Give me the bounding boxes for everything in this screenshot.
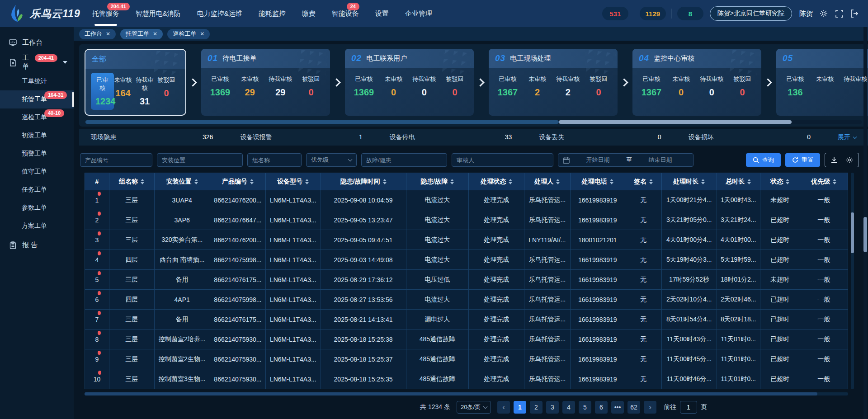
nav-item-5[interactable]: 智能设备24 [332,0,359,27]
sidebar-item-0[interactable]: 工作台 [0,33,74,52]
sidebar-subitem-预警工单[interactable]: 预警工单 [0,145,74,163]
reviewer-input[interactable] [457,157,548,164]
sort-icon[interactable] [833,179,836,184]
table-row[interactable]: 4四层西台面 南墙插...866214075998...LN6M-L1T4A3.… [85,250,848,270]
workflow-card-03[interactable]: 03电工现场处理已审核1367未审核2待我审核2被驳回0 [489,49,618,116]
logout-icon[interactable] [850,9,859,18]
column-header-隐患/故障时间[interactable]: 隐患/故障时间 [321,173,406,190]
fullscreen-icon[interactable] [835,9,844,18]
tab-巡检工单[interactable]: 巡检工单✕ [167,29,210,39]
column-header-安装位置[interactable]: 安装位置 [154,173,210,190]
column-header-总时长[interactable]: 总时长 [717,173,760,190]
app-logo[interactable]: 乐鸟云119 [9,5,80,23]
card-stat-未审核[interactable]: 未审核 [814,75,836,98]
card-stat-待我审核[interactable]: 待我审核2 [556,75,580,98]
reset-button[interactable]: 重置 [785,153,820,167]
tab-工作台[interactable]: 工作台✕ [79,29,116,39]
workflow-card-02[interactable]: 02电工联系用户已审核1369未审核0待我审核0被驳回0 [345,49,474,116]
nav-item-2[interactable]: 电力监控&运维 [197,0,242,27]
expand-toggle[interactable]: 展开 [838,133,856,141]
page-size-select[interactable]: 20条/页 [457,401,491,414]
nav-item-1[interactable]: 智慧用电&消防 [136,0,181,27]
column-header-处理时长[interactable]: 处理时长 [662,173,717,190]
sort-icon[interactable] [786,179,789,184]
sort-icon[interactable] [194,179,198,184]
page-button-5[interactable]: 5 [579,401,591,414]
page-button-62[interactable]: 62 [627,401,640,414]
card-stat-已审核[interactable]: 已审核1367 [497,75,519,98]
priority-select[interactable]: 优先级 [306,153,357,167]
column-header-隐患/故障[interactable]: 隐患/故障 [406,173,468,190]
org-selector[interactable]: 陈贺>北京同仁堂研究院 [710,6,792,21]
card-stat-被驳回[interactable]: 被驳回0 [588,75,609,98]
page-button-1[interactable]: 1 [514,401,526,414]
table-row[interactable]: 6四层4AP1866214075998...LN6M-L1T4A3...2025… [85,290,848,310]
sort-icon[interactable] [649,179,653,184]
sort-icon[interactable] [383,179,387,184]
column-header-产品编号[interactable]: 产品编号 [210,173,265,190]
workflow-card-01[interactable]: 01待电工接单已审核1369未审核29待我审核29被驳回0 [201,49,330,116]
sort-icon[interactable] [509,179,512,184]
sort-icon[interactable] [250,179,254,184]
sidebar-subitem-参数工单[interactable]: 参数工单 [0,199,74,217]
card-stat-已审核[interactable]: 已审核1369 [209,75,231,98]
close-icon[interactable]: ✕ [200,31,204,37]
card-stat-未审核[interactable]: 未审核164 [112,76,134,110]
sort-icon[interactable] [701,179,705,184]
card-stat-未审核[interactable]: 未审核2 [527,75,548,98]
table-row[interactable]: 10三层控制菌室3生物...866214075930...LN6M-L1T4A3… [85,369,848,389]
card-stat-被驳回[interactable]: 被驳回0 [156,76,177,110]
sidebar-item-2[interactable]: 报 告 [0,235,74,255]
sidebar-subitem-初装工单[interactable]: 初装工单 [0,127,74,145]
alarm-counter-2[interactable]: 8 [677,7,703,20]
workflow-card-05[interactable]: 05已审核136未审核待我审核被驳回 [776,49,868,116]
sidebar-subitem-巡检工单[interactable]: 巡检工单40-10 [0,108,74,127]
table-horizontal-scrollbar[interactable] [85,392,848,395]
date-range-picker[interactable]: 开始日期 至 结束日期 [558,153,693,167]
alarm-counter-0[interactable]: 531 [602,7,628,20]
sidebar-subitem-值守工单[interactable]: 值守工单 [0,163,74,181]
gear-icon[interactable] [845,156,854,164]
card-stat-未审核[interactable]: 未审核0 [670,75,692,98]
table-row[interactable]: 2三层3AP6866214076647...LN6M-L1T4A3...2025… [85,210,848,230]
next-page-button[interactable]: › [644,401,656,414]
sidebar-item-1[interactable]: 工 单204-41 [0,52,74,72]
download-icon[interactable] [830,156,838,164]
column-header-处理状态[interactable]: 处理状态 [469,173,524,190]
table-row[interactable]: 7三层备用866214076175...LN6M-L1T4A3...2025-0… [85,310,848,330]
card-stat-已审核[interactable]: 已审核136 [784,75,806,98]
user-menu[interactable]: 陈贺 [799,9,813,18]
card-stat-未审核[interactable]: 未审核29 [239,75,261,98]
table-row[interactable]: 8三层控制菌室2培养...866214075930...LN6M-L1T4A3.… [85,330,848,349]
card-stat-被驳回[interactable]: 被驳回0 [444,75,466,98]
close-icon[interactable]: ✕ [153,31,157,37]
theme-sun-icon[interactable] [819,9,828,18]
workflow-card-04[interactable]: 04监控中心审核已审核1367未审核0待我审核0被驳回0 [632,49,761,116]
card-stat-待我审核[interactable]: 待我审核 [844,75,867,98]
page-button-4[interactable]: 4 [562,401,575,414]
nav-item-7[interactable]: 企业管理 [405,0,432,27]
table-vertical-scrollbar[interactable] [851,173,854,389]
card-stat-待我审核[interactable]: 待我审核0 [700,75,723,98]
card-stat-待我审核[interactable]: 待我审核29 [269,75,292,98]
page-button-6[interactable]: 6 [595,401,608,414]
card-stat-已审核[interactable]: 已审核1367 [641,75,662,98]
table-vscrollbar-thumb[interactable] [851,212,854,253]
card-stat-被驳回[interactable]: 被驳回0 [731,75,753,98]
sort-icon[interactable] [305,179,309,184]
fault-field[interactable] [361,153,447,167]
cards-scrollbar-thumb[interactable] [559,120,792,124]
page-scrollbar-thumb[interactable] [863,217,867,252]
alarm-counter-1[interactable]: 1129 [640,7,666,20]
column-header-处理人[interactable]: 处理人 [524,173,570,190]
table-hscrollbar-thumb[interactable] [85,392,817,395]
location-input[interactable] [162,157,238,164]
search-button[interactable]: 查询 [746,153,781,167]
sidebar-subitem-托管工单[interactable]: 托管工单164-31 [0,90,74,108]
sort-icon[interactable] [141,179,144,184]
group-name-field[interactable] [247,153,302,167]
sort-icon[interactable] [556,179,560,184]
table-row[interactable]: 3三层320实验台第...866214076200...LN6M-L1T4A3.… [85,230,848,250]
table-row[interactable]: 5三层备用866214076175...LN6M-L1T4A3...2025-0… [85,270,848,290]
nav-item-0[interactable]: 托管服务204-41 [92,0,119,27]
